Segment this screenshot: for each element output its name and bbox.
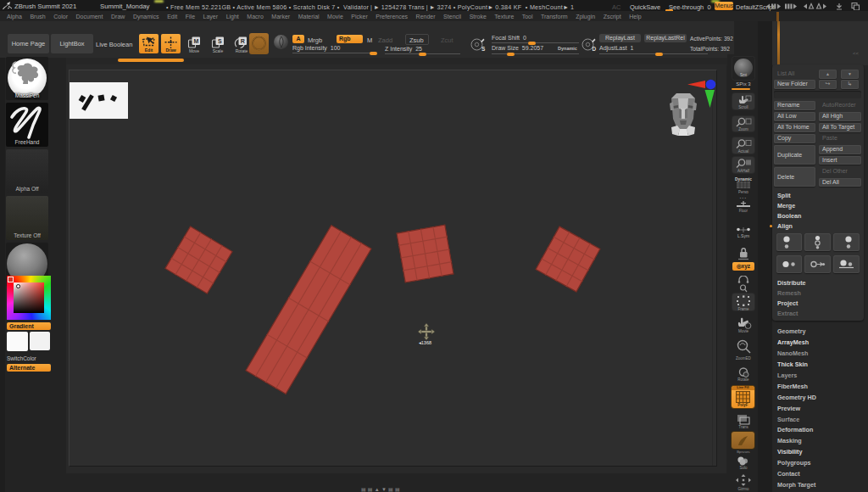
svg-text:Actual: Actual — [738, 149, 749, 154]
svg-text:ZoomED: ZoomED — [736, 356, 752, 361]
svg-text:Solo: Solo — [739, 466, 748, 470]
svg-text:Scroll: Scroll — [738, 105, 748, 109]
svg-text:Rotate: Rotate — [737, 377, 749, 382]
svg-text:Move: Move — [189, 48, 199, 53]
svg-text:S: S — [218, 38, 222, 44]
svg-text:Trans: Trans — [738, 425, 748, 429]
svg-text:L.Sym: L.Sym — [737, 233, 749, 238]
svg-text:Draw: Draw — [165, 48, 175, 53]
svg-text:Scale: Scale — [213, 48, 224, 53]
svg-text:Persp: Persp — [738, 190, 748, 194]
svg-text:Zoom: Zoom — [738, 127, 748, 131]
svg-text:Floor: Floor — [739, 209, 748, 213]
svg-text:D: D — [593, 46, 597, 52]
svg-text:M: M — [193, 38, 198, 44]
svg-text:Edit: Edit — [145, 48, 153, 53]
svg-text:Gizmo: Gizmo — [737, 487, 748, 491]
svg-text:Frame: Frame — [737, 307, 748, 311]
svg-text:Movie: Movie — [738, 329, 749, 333]
svg-text:AAHalf: AAHalf — [737, 169, 750, 173]
svg-text:Rotate: Rotate — [236, 48, 248, 53]
svg-text:Dynamic: Dynamic — [735, 177, 752, 182]
svg-text:S: S — [481, 46, 486, 52]
svg-text:R: R — [241, 38, 245, 44]
